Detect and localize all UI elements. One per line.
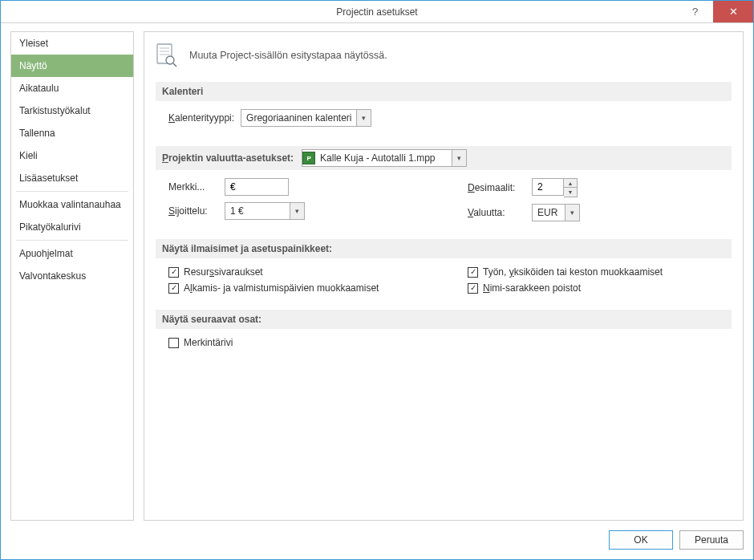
titlebar-buttons: ? ✕ (677, 1, 753, 22)
sidebar-item-trust-center[interactable]: Valvontakeskus (11, 265, 133, 287)
display-settings-icon (156, 43, 178, 67)
chevron-down-icon: ▾ (290, 203, 304, 219)
spinner-up-icon[interactable]: ▲ (564, 179, 577, 188)
project-file-icon: P (302, 152, 315, 164)
checkbox-name-column-deletions[interactable] (468, 283, 478, 294)
spinner-down-icon[interactable]: ▼ (564, 188, 577, 197)
ok-button[interactable]: OK (609, 530, 673, 550)
cancel-button[interactable]: Peruuta (679, 530, 744, 550)
dialog-buttons: OK Peruuta (10, 521, 744, 550)
titlebar: Projectin asetukset ? ✕ (1, 1, 753, 23)
sidebar-item-customize-ribbon[interactable]: Muokkaa valintanauhaa (11, 193, 133, 216)
checkbox-entry-bar[interactable] (168, 338, 179, 348)
decimals-spinner[interactable]: ▲ ▼ (532, 178, 578, 197)
project-file-value: Kalle Kuja - Autotalli 1.mpp (315, 152, 452, 164)
chevron-down-icon: ▾ (565, 205, 579, 221)
sidebar-item-proofing[interactable]: Tarkistustyökalut (11, 99, 133, 122)
sidebar-item-general[interactable]: Yleiset (11, 32, 133, 55)
placement-dropdown[interactable]: 1 € ▾ (225, 202, 305, 220)
section-indicators-header: Näytä ilmaisimet ja asetuspainikkeet: (156, 239, 732, 258)
content-panel: Muuta Project-sisällön esitystapaa näytö… (144, 31, 744, 521)
chevron-down-icon: ▾ (452, 150, 466, 166)
dialog-body: Yleiset Näyttö Aikataulu Tarkistustyökal… (1, 23, 753, 559)
sidebar-item-quick-access[interactable]: Pikatyökalurivi (11, 216, 133, 238)
currency-section-label: Projektin valuutta-asetukset: (162, 152, 294, 164)
currency-label: Valuutta: (468, 207, 532, 218)
section-calendar-header: Kalenteri (156, 82, 732, 101)
main-area: Yleiset Näyttö Aikataulu Tarkistustyökal… (10, 31, 744, 521)
checkbox-start-finish-edits-label: Alkamis- ja valmistumispäivien muokkaami… (184, 282, 379, 294)
chevron-down-icon: ▾ (356, 110, 371, 126)
sidebar-item-save[interactable]: Tallenna (11, 122, 133, 144)
calendar-type-dropdown[interactable]: Gregoriaaninen kalenteri ▾ (241, 109, 371, 127)
checkbox-resource-assignments-label: Resurssivaraukset (184, 266, 263, 278)
currency-value: EUR (533, 207, 565, 218)
calendar-type-label: Kalenterityyppi: (168, 112, 234, 124)
section-show-parts-body: Merkintärivi (156, 329, 732, 361)
calendar-type-value: Gregoriaaninen kalenteri (241, 112, 356, 124)
sidebar-item-schedule[interactable]: Aikataulu (11, 77, 133, 99)
sidebar: Yleiset Näyttö Aikataulu Tarkistustyökal… (10, 31, 134, 521)
section-currency-body: Merkki... Sijoittelu: 1 € ▾ (156, 170, 732, 236)
page-header: Muuta Project-sisällön esitystapaa näytö… (156, 40, 732, 71)
section-calendar-body: Kalenterityyppi: Gregoriaaninen kalenter… (156, 101, 732, 141)
symbol-label: Merkki... (168, 181, 225, 193)
svg-line-5 (173, 63, 176, 67)
placement-label: Sijoittelu: (168, 205, 225, 217)
sidebar-item-display[interactable]: Näyttö (11, 55, 133, 77)
sidebar-item-advanced[interactable]: Lisäasetukset (11, 167, 133, 189)
section-indicators-body: Resurssivaraukset Alkamis- ja valmistumi… (156, 258, 732, 306)
help-button[interactable]: ? (677, 1, 713, 22)
section-currency-header: Projektin valuutta-asetukset: P Kalle Ku… (156, 146, 732, 170)
checkbox-start-finish-edits[interactable] (168, 283, 179, 294)
sidebar-item-addins[interactable]: Apuohjelmat (11, 242, 133, 265)
checkbox-entry-bar-label: Merkintärivi (184, 337, 233, 348)
checkbox-name-column-deletions-label: Nimi-sarakkeen poistot (483, 282, 581, 294)
close-button[interactable]: ✕ (713, 1, 753, 22)
currency-dropdown[interactable]: EUR ▾ (532, 204, 580, 221)
checkbox-work-units-duration-label: Työn, yksiköiden tai keston muokkaamiset (483, 266, 663, 278)
placement-value: 1 € (225, 205, 290, 217)
page-header-text: Muuta Project-sisällön esitystapaa näytö… (189, 50, 387, 61)
window-title: Projectin asetukset (336, 6, 417, 18)
decimals-label: Desimaalit: (468, 182, 532, 193)
dialog-window: Projectin asetukset ? ✕ Yleiset Näyttö A… (0, 0, 754, 560)
sidebar-item-language[interactable]: Kieli (11, 144, 133, 167)
sidebar-divider (16, 191, 128, 192)
decimals-input[interactable] (532, 178, 564, 196)
checkbox-work-units-duration[interactable] (468, 267, 478, 278)
symbol-input[interactable] (225, 178, 289, 196)
svg-point-4 (166, 56, 174, 64)
section-show-parts-header: Näytä seuraavat osat: (156, 310, 732, 329)
checkbox-resource-assignments[interactable] (168, 267, 179, 278)
sidebar-divider (16, 240, 128, 241)
project-file-dropdown[interactable]: P Kalle Kuja - Autotalli 1.mpp ▾ (302, 149, 467, 167)
